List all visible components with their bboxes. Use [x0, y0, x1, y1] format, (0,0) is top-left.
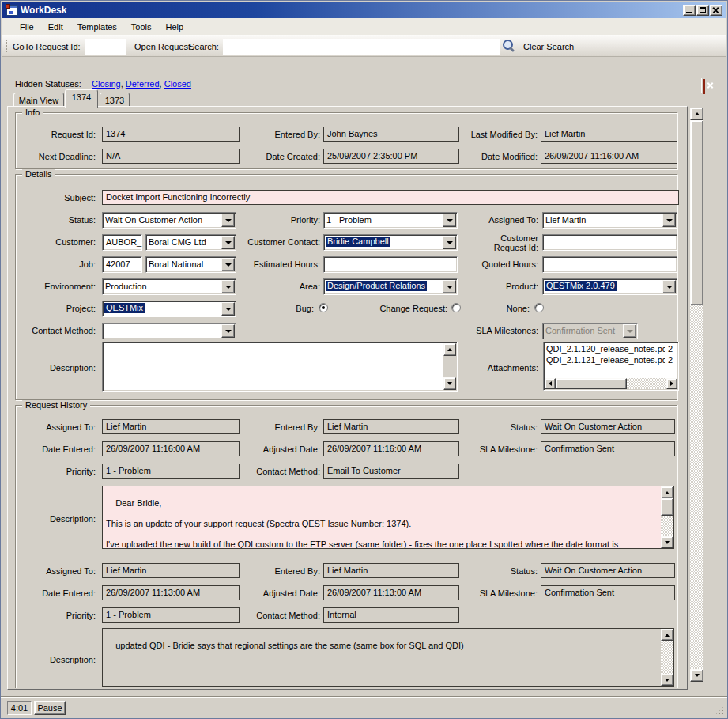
h1-description-label: Description:: [17, 514, 96, 524]
quoted-hours-field[interactable]: [542, 256, 677, 273]
goto-request-input[interactable]: [85, 39, 126, 55]
contact-method-combo[interactable]: [102, 323, 236, 339]
environment-label: Environment:: [17, 282, 96, 291]
h1-date-entered-value: 26/09/2007 11:16:00 AM: [102, 441, 240, 456]
dropdown-arrow-icon[interactable]: [443, 236, 456, 249]
h2-status-label: Status:: [466, 566, 538, 576]
open-request-button[interactable]: Open Request: [134, 42, 190, 51]
close-button[interactable]: [710, 5, 722, 16]
customer-code-field[interactable]: AUBOR_: [102, 234, 142, 251]
tab-1374[interactable]: 1374: [65, 89, 98, 108]
h1-description-textarea[interactable]: Dear Bridie, This is an update of your s…: [102, 486, 674, 549]
minimize-button[interactable]: [683, 5, 696, 16]
h1-priority-label: Priority:: [17, 467, 96, 476]
description-scrollbar[interactable]: [443, 343, 456, 390]
h2-assigned-to-label: Assigned To:: [17, 566, 96, 576]
menu-help[interactable]: Help: [159, 20, 191, 34]
menu-edit[interactable]: Edit: [41, 20, 70, 34]
scroll-down-button[interactable]: [443, 377, 456, 390]
scroll-up-button[interactable]: [443, 343, 456, 356]
project-combo[interactable]: QESTMix: [102, 301, 236, 317]
subject-field[interactable]: Docket Import Functioning Incorrectly: [102, 190, 679, 205]
clear-search-button[interactable]: Clear Search: [523, 42, 574, 51]
dropdown-arrow-icon[interactable]: [221, 258, 235, 271]
scroll-up-button[interactable]: [661, 629, 673, 641]
customer-name-combo[interactable]: Boral CMG Ltd: [145, 234, 236, 251]
dropdown-arrow-icon[interactable]: [221, 236, 235, 249]
title-bar[interactable]: WorkDesk: [2, 2, 726, 18]
dropdown-arrow-icon[interactable]: [662, 280, 676, 293]
hscroll-thumb[interactable]: [556, 378, 627, 389]
close-request-tab-button[interactable]: [701, 78, 719, 93]
change-request-radio[interactable]: [451, 303, 461, 312]
dropdown-arrow-icon[interactable]: [443, 214, 456, 227]
link-deferred[interactable]: Deferred: [126, 79, 160, 89]
scroll-down-button[interactable]: [661, 674, 673, 686]
area-combo[interactable]: Design/Product Relations: [323, 278, 458, 295]
link-closed[interactable]: Closed: [164, 79, 191, 89]
goto-request-label: GoTo Request Id:: [13, 42, 81, 51]
next-deadline-label: Next Deadline:: [17, 152, 96, 161]
last-modified-by-value: Lief Martin: [541, 127, 677, 142]
scroll-left-button[interactable]: [545, 378, 556, 389]
description-label: Description:: [17, 363, 96, 373]
scroll-down-button[interactable]: [690, 669, 703, 682]
search-input[interactable]: [223, 39, 500, 55]
search-magnifier-icon[interactable]: [502, 39, 516, 53]
assigned-to-combo[interactable]: Lief Martin: [542, 212, 677, 229]
menu-templates[interactable]: Templates: [70, 20, 124, 34]
h1-description-scrollbar[interactable]: [661, 486, 673, 548]
scroll-up-button[interactable]: [690, 108, 703, 120]
product-combo[interactable]: QESTMix 2.0.479: [542, 278, 677, 295]
dropdown-arrow-icon[interactable]: [221, 302, 235, 316]
none-radio[interactable]: [534, 303, 544, 312]
estimated-hours-field[interactable]: [323, 256, 458, 273]
job-name-combo[interactable]: Boral National: [145, 256, 236, 273]
status-label: Status:: [17, 215, 96, 225]
customer-contact-combo[interactable]: Bridie Campbell: [323, 234, 458, 251]
link-closing[interactable]: Closing: [92, 79, 121, 89]
attachments-list[interactable]: QDI_2.1.120_release_notes.pdf 2 QDI_2.1.…: [543, 342, 679, 391]
dropdown-arrow-icon[interactable]: [221, 324, 235, 338]
vscroll-thumb[interactable]: [661, 498, 673, 516]
scroll-right-button[interactable]: [666, 378, 677, 389]
timer-display: 4:01: [7, 701, 32, 715]
attachment-item[interactable]: QDI_2.1.120_release_notes.pdf: [546, 344, 665, 354]
pause-button[interactable]: Pause: [34, 701, 66, 715]
menu-file[interactable]: File: [13, 20, 41, 34]
vscroll-thumb[interactable]: [690, 120, 703, 305]
dropdown-arrow-icon[interactable]: [221, 214, 235, 227]
h2-priority-value: 1 - Problem: [102, 607, 240, 623]
attachments-label: Attachments:: [469, 363, 538, 373]
scroll-up-button[interactable]: [661, 486, 673, 498]
search-label: Search:: [189, 42, 219, 51]
h1-date-entered-label: Date Entered:: [17, 445, 96, 454]
h2-description-scrollbar[interactable]: [661, 629, 673, 686]
subject-label: Subject:: [17, 193, 96, 202]
h2-assigned-to-value: Lief Martin: [102, 563, 240, 578]
h2-adjusted-date-value: 26/09/2007 11:13:00 AM: [323, 585, 459, 600]
h2-description-textarea[interactable]: updated QDI - Bridie says that regional …: [102, 628, 674, 687]
dropdown-arrow-icon[interactable]: [221, 280, 235, 293]
customer-request-id-field[interactable]: [542, 234, 677, 251]
bug-radio[interactable]: [319, 303, 328, 312]
h2-priority-label: Priority:: [17, 611, 96, 620]
priority-combo[interactable]: 1 - Problem: [323, 212, 458, 229]
environment-combo[interactable]: Production: [102, 278, 236, 295]
maximize-button[interactable]: [696, 5, 709, 16]
status-combo[interactable]: Wait On Customer Action: [102, 212, 236, 229]
job-code-field[interactable]: 42007: [102, 256, 142, 273]
description-textarea[interactable]: [102, 342, 458, 392]
h1-contact-method-label: Contact Method:: [252, 467, 320, 476]
menu-tools[interactable]: Tools: [124, 20, 159, 34]
attachment-item[interactable]: QDI_2.1.121_release_notes.pdf: [546, 355, 665, 365]
dropdown-arrow-icon[interactable]: [662, 214, 676, 227]
page-vertical-scrollbar[interactable]: [690, 108, 703, 682]
resize-grip[interactable]: [715, 706, 725, 716]
toolbar-grip[interactable]: [6, 40, 7, 52]
dropdown-arrow-icon[interactable]: [443, 280, 456, 293]
h2-date-entered-value: 26/09/2007 11:13:00 AM: [102, 585, 240, 600]
h1-entered-by-value: Lief Martin: [323, 419, 459, 434]
scroll-down-button[interactable]: [661, 536, 673, 548]
attachments-hscrollbar[interactable]: [545, 378, 677, 389]
